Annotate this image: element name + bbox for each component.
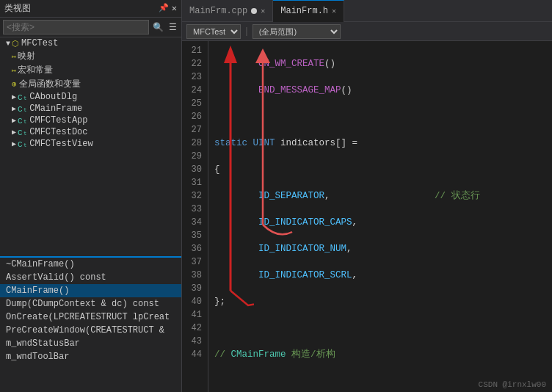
branch-icon: ↦: [12, 66, 16, 75]
code-area[interactable]: 21 22 23 24 25 26 27 28 29 30 31 32 33 3…: [182, 41, 552, 392]
tree-item-label: 映射: [18, 50, 35, 62]
bottom-item-5[interactable]: PreCreateWindow(CREATESTRUCT &: [0, 324, 181, 337]
close-icon[interactable]: ✕: [172, 3, 177, 14]
search-input[interactable]: [3, 20, 149, 35]
panel-title-bar: 类视图 📌 ✕: [0, 0, 181, 18]
filter-button[interactable]: ☰: [167, 22, 178, 32]
scope-dropdown[interactable]: (全局范围): [253, 24, 341, 39]
bottom-item-3[interactable]: Dump(CDumpContext & dc) const: [0, 297, 181, 311]
tab-label: MainFrm.h: [280, 6, 328, 16]
bottom-item-7[interactable]: m_wndToolBar: [0, 350, 181, 363]
code-line-21: ON_WM_CREATE(): [214, 57, 546, 70]
code-line-33: [214, 374, 546, 388]
panel-title: 类视图: [4, 2, 31, 15]
project-icon: ⬡: [12, 39, 19, 48]
expand-icon: ▶: [12, 92, 16, 101]
code-line-32: // CMainFrame 构造/析构: [214, 348, 546, 361]
bottom-item-2[interactable]: CMainFrame(): [0, 284, 181, 297]
expand-icon: ▶: [12, 116, 16, 125]
tab-mainfrm-h[interactable]: MainFrm.h ✕: [273, 0, 344, 22]
code-line-22: END_MESSAGE_MAP(): [214, 84, 546, 97]
bottom-item-0[interactable]: ~CMainFrame(): [0, 258, 181, 271]
class-icon: Cₜ: [18, 104, 27, 114]
class-dropdown[interactable]: MFCTest: [186, 24, 241, 39]
pin-icon[interactable]: 📌: [159, 3, 169, 14]
code-content[interactable]: ON_WM_CREATE() END_MESSAGE_MAP() static …: [208, 41, 552, 392]
code-line-23: [214, 110, 546, 123]
editor-toolbar: MFCTest | (全局范围): [182, 22, 552, 41]
modified-indicator: [251, 8, 257, 14]
search-button[interactable]: 🔍: [151, 22, 165, 32]
tab-mainfrm-cpp[interactable]: MainFrm.cpp ✕: [182, 0, 273, 22]
tree-item-cmfctestapp[interactable]: ▶ Cₜ CMFCTestApp: [0, 115, 181, 126]
class-icon: Cₜ: [18, 92, 27, 102]
tree-item-label: CMFCTestApp: [29, 115, 87, 126]
line-numbers: 21 22 23 24 25 26 27 28 29 30 31 32 33 3…: [182, 41, 208, 392]
class-icon: Cₜ: [18, 116, 27, 126]
right-panel: MainFrm.cpp ✕ MainFrm.h ✕ MFCTest | (全局范…: [182, 0, 552, 392]
tree-item-label: 宏和常量: [18, 64, 53, 76]
code-line-29: ID_INDICATOR_SCRL,: [214, 269, 546, 282]
code-line-27: ID_INDICATOR_CAPS,: [214, 216, 546, 229]
tree-item-caboutdlg[interactable]: ▶ Cₜ CAboutDlg: [0, 91, 181, 103]
panel-icons: 📌 ✕: [159, 3, 177, 14]
tab-label: MainFrm.cpp: [189, 6, 247, 16]
code-line-25: {: [214, 163, 546, 176]
globe-icon: ⊕: [12, 79, 17, 89]
tree-item-cmfctestview[interactable]: ▶ Cₜ CMFCTestView: [0, 138, 181, 150]
close-tab-icon[interactable]: ✕: [261, 7, 265, 15]
tree-root[interactable]: ▼ ⬡ MFCTest: [0, 37, 181, 49]
bottom-panel: ~CMainFrame() AssertValid() const CMainF…: [0, 256, 181, 392]
expand-icon: ▶: [12, 139, 16, 148]
tree-item-macros[interactable]: ↦ 宏和常量: [0, 63, 181, 77]
tree-root-label: MFCTest: [21, 38, 58, 48]
class-icon: Cₜ: [18, 128, 27, 137]
close-tab-icon[interactable]: ✕: [332, 7, 336, 15]
expand-icon: ▼: [6, 40, 10, 48]
expand-icon: ▶: [12, 128, 16, 137]
tree-item-mapping[interactable]: ↦ 映射: [0, 49, 181, 63]
tree-item-label: CMFCTestDoc: [29, 127, 87, 137]
tree-item-cmainframe[interactable]: ▶ Cₜ CMainFrame: [0, 103, 181, 115]
branch-icon: ↦: [12, 52, 16, 61]
tree-item-label: CMFCTestView: [29, 139, 92, 149]
code-line-31: [214, 322, 546, 335]
bottom-item-1[interactable]: AssertValid() const: [0, 271, 181, 284]
expand-icon: ▶: [12, 104, 16, 113]
code-line-30: };: [214, 295, 546, 308]
tab-bar: MainFrm.cpp ✕ MainFrm.h ✕: [182, 0, 552, 22]
tree-item-label: CAboutDlg: [29, 92, 77, 102]
tree-area: ▼ ⬡ MFCTest ↦ 映射 ↦ 宏和常量 ⊕ 全局函数和变量 ▶ Cₜ C…: [0, 37, 181, 256]
bottom-item-4[interactable]: OnCreate(LPCREATESTRUCT lpCreat: [0, 311, 181, 324]
bottom-item-6[interactable]: m_wndStatusBar: [0, 337, 181, 350]
class-icon: Cₜ: [18, 139, 27, 149]
code-line-26: ID_SEPARATOR, // 状态行: [214, 189, 546, 203]
search-bar: 🔍 ☰: [0, 18, 181, 37]
toolbar-separator: |: [244, 26, 250, 37]
tree-item-globals[interactable]: ⊕ 全局函数和变量: [0, 77, 181, 91]
tree-item-label: CMainFrame: [29, 104, 82, 114]
tree-item-label: 全局函数和变量: [19, 78, 81, 90]
code-line-24: static UINT indicators[] =: [214, 137, 546, 150]
tree-item-cmfctestdoc[interactable]: ▶ Cₜ CMFCTestDoc: [0, 126, 181, 138]
code-line-28: ID_INDICATOR_NUM,: [214, 242, 546, 255]
left-panel: 类视图 📌 ✕ 🔍 ☰ ▼ ⬡ MFCTest ↦ 映射 ↦ 宏和常量 ⊕ 全局…: [0, 0, 182, 392]
